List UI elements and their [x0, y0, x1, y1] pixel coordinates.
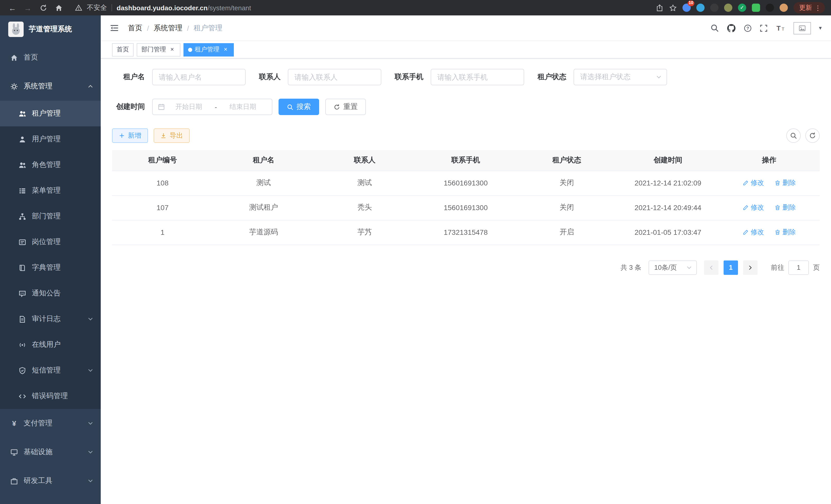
extension-icon-2[interactable]: [696, 4, 705, 12]
browser-update-button[interactable]: 更新 ⋮: [794, 2, 825, 13]
update-label: 更新: [799, 3, 812, 12]
sidebar-item-menu-management[interactable]: 菜单管理: [0, 178, 101, 203]
table-row: 108 测试 测试 15601691300 关闭 2021-12-14 21:0…: [112, 171, 820, 195]
tag-tenant-management[interactable]: 租户管理 ×: [183, 43, 234, 56]
fullscreen-icon[interactable]: [760, 24, 768, 32]
add-button[interactable]: 新增: [112, 128, 148, 143]
sidebar-item-role-management[interactable]: 角色管理: [0, 152, 101, 178]
tag-home[interactable]: 首页: [112, 43, 134, 56]
next-page-button[interactable]: [743, 260, 757, 275]
sidebar-item-infrastructure[interactable]: 基础设施: [0, 438, 101, 467]
book-icon: [19, 264, 26, 271]
delete-button[interactable]: 删除: [774, 178, 796, 187]
header-search-icon[interactable]: [711, 24, 719, 32]
trash-icon: [774, 205, 780, 211]
browser-forward-button[interactable]: →: [22, 2, 34, 14]
breadcrumb-home[interactable]: 首页: [128, 23, 142, 33]
sidebar-item-tenant-management[interactable]: 租户管理: [0, 101, 101, 126]
help-icon[interactable]: [744, 24, 752, 32]
sidebar-item-online-users[interactable]: 在线用户: [0, 332, 101, 358]
sidebar-item-sms-management[interactable]: 短信管理: [0, 358, 101, 383]
cell-status: 关闭: [516, 195, 617, 220]
extensions-puzzle-icon[interactable]: [766, 4, 774, 12]
user-avatar[interactable]: [794, 22, 811, 34]
refresh-table-button[interactable]: [805, 128, 820, 143]
user-menu-caret-icon[interactable]: ▾: [819, 25, 822, 31]
sidebar-item-home[interactable]: 首页: [0, 43, 101, 72]
font-size-icon[interactable]: [776, 24, 786, 32]
chevron-right-icon: [747, 264, 753, 270]
sidebar-item-label: 岗位管理: [32, 237, 93, 246]
sidebar-item-dev-tools[interactable]: 研发工具: [0, 467, 101, 495]
address-bar[interactable]: 不安全 dashboard.yudao.iocoder.cn/system/te…: [75, 3, 650, 12]
chevron-up-icon: [87, 83, 93, 89]
sidebar-item-system-management[interactable]: 系统管理: [0, 72, 101, 101]
delete-label: 删除: [782, 178, 796, 187]
goto-page-input[interactable]: [789, 260, 809, 275]
cell-contact: 芋艿: [314, 220, 415, 244]
prev-page-button[interactable]: [704, 260, 718, 275]
sidebar-collapse-button[interactable]: [110, 24, 119, 32]
close-icon[interactable]: ×: [169, 46, 176, 53]
app-logo[interactable]: 芋道管理系统: [0, 16, 101, 43]
sidebar-item-error-code-management[interactable]: 错误码管理: [0, 383, 101, 409]
extension-icon-1[interactable]: 10: [683, 4, 691, 12]
reset-button[interactable]: 重置: [325, 99, 366, 115]
browser-reload-button[interactable]: [37, 2, 49, 14]
tag-dept-management[interactable]: 部门管理 ×: [137, 43, 180, 56]
search-button[interactable]: 搜索: [279, 99, 319, 115]
refresh-icon: [334, 103, 340, 110]
tenant-name-input[interactable]: [152, 69, 246, 85]
cell-actions: 修改 删除: [719, 220, 820, 244]
active-dot: [188, 48, 192, 52]
breadcrumb-system[interactable]: 系统管理: [154, 23, 182, 33]
sidebar-item-payment-management[interactable]: ¥ 支付管理: [0, 409, 101, 438]
goto-label: 前往: [771, 263, 784, 272]
edit-icon: [742, 229, 748, 235]
delete-button[interactable]: 删除: [774, 228, 796, 237]
status-select[interactable]: 请选择租户状态: [574, 69, 667, 85]
phone-input[interactable]: [431, 69, 524, 85]
contact-input[interactable]: [288, 69, 381, 85]
sidebar-item-label: 用户管理: [32, 135, 93, 144]
pagination: 共 3 条 10条/页 1 前往 页: [112, 260, 820, 275]
page-size-select[interactable]: 10条/页: [649, 260, 697, 275]
sidebar-item-notice[interactable]: 通知公告: [0, 280, 101, 306]
browser-menu-icon[interactable]: ⋮: [814, 4, 821, 11]
share-icon[interactable]: [656, 4, 663, 11]
edit-button[interactable]: 修改: [742, 228, 764, 237]
sidebar-item-audit-log[interactable]: 审计日志: [0, 306, 101, 332]
col-created: 创建时间: [617, 150, 718, 171]
extension-icon-6[interactable]: [752, 4, 760, 12]
page-number-1[interactable]: 1: [724, 260, 738, 275]
extension-icon-4[interactable]: [724, 4, 732, 12]
close-icon[interactable]: ×: [222, 46, 229, 53]
export-button[interactable]: 导出: [154, 128, 190, 143]
sidebar-item-post-management[interactable]: 岗位管理: [0, 229, 101, 255]
browser-back-button[interactable]: ←: [6, 2, 19, 14]
logo-image: [8, 22, 24, 37]
cell-tenant-name: 芋道源码: [213, 220, 314, 244]
url-domain: dashboard.yudao.iocoder.cn: [117, 4, 208, 11]
edit-button[interactable]: 修改: [742, 203, 764, 212]
delete-label: 删除: [782, 228, 796, 237]
extension-icon-5[interactable]: ✓: [738, 4, 746, 12]
date-range-picker[interactable]: 开始日期 - 结束日期: [152, 99, 273, 115]
github-icon[interactable]: [727, 23, 736, 33]
export-button-label: 导出: [170, 131, 183, 140]
sidebar-item-label: 通知公告: [32, 289, 93, 298]
sidebar-item-label: 研发工具: [24, 476, 82, 485]
extension-icon-3[interactable]: [710, 4, 718, 12]
sidebar-item-label: 错误码管理: [32, 391, 93, 401]
sidebar-submenu-system: 租户管理 用户管理 角色管理 菜单管理 部门管理: [0, 101, 101, 409]
delete-button[interactable]: 删除: [774, 203, 796, 212]
edit-button[interactable]: 修改: [742, 178, 764, 187]
sidebar-item-dict-management[interactable]: 字典管理: [0, 255, 101, 280]
edit-label: 修改: [751, 178, 764, 187]
sidebar-item-user-management[interactable]: 用户管理: [0, 126, 101, 152]
toggle-search-button[interactable]: [786, 128, 801, 143]
browser-profile-avatar[interactable]: [780, 4, 788, 12]
bookmark-star-icon[interactable]: [669, 4, 677, 11]
browser-home-button[interactable]: [52, 2, 65, 14]
sidebar-item-dept-management[interactable]: 部门管理: [0, 203, 101, 229]
